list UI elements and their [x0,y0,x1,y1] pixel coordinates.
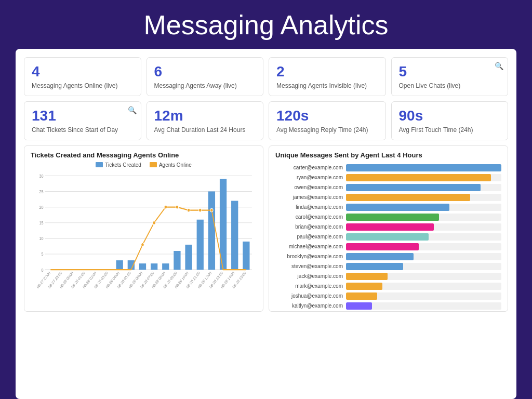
h-bar-row: carter@example.com [275,164,501,171]
agent-label: james@example.com [275,194,343,200]
tickets-chart-title: Tickets Created and Messaging Agents Onl… [31,151,257,159]
agent-label: brian@example.com [275,224,343,230]
h-bar-row: jack@example.com [275,273,501,280]
agent-messages-chart-card: Unique Messages Sent by Agent Last 4 Hou… [269,145,508,312]
h-bar-chart: carter@example.comryan@example.comowen@e… [275,162,501,310]
metric-value: 90s [399,108,501,124]
h-bar-fill [346,302,372,310]
h-bar-track [346,184,501,191]
metric-value: 120s [276,108,378,124]
svg-rect-17 [151,263,157,270]
metric-card-3: 90sAvg First Touch Time (24h) [391,101,509,140]
h-bar-row: carol@example.com [275,214,501,221]
h-bar-row: brian@example.com [275,223,501,231]
h-bar-track [346,174,501,181]
agent-label: jack@example.com [275,273,343,279]
legend-label: Tickets Created [105,162,141,168]
agent-label: linda@example.com [275,204,343,210]
h-bar-row: kaitlyn@example.com [275,302,501,310]
metrics-row-1: 4Messaging Agents Online (live)6Messagin… [24,57,508,96]
h-bar-row: michael@example.com [275,243,501,250]
h-bar-track [346,283,501,290]
h-bar-fill [346,253,414,260]
h-bar-row: owen@example.com [275,184,501,191]
svg-text:30: 30 [39,174,43,179]
h-bar-track [346,273,501,280]
legend-item: Agents Online [150,162,192,168]
h-bar-fill [346,283,382,290]
svg-rect-20 [185,245,192,270]
search-icon[interactable]: 🔍 [495,62,503,70]
page-title: Messaging Analytics [0,0,532,49]
legend-item: Tickets Created [96,162,141,168]
h-bar-row: joshua@example.com [275,292,501,300]
metric-value: 4 [32,64,134,80]
h-bar-track [346,164,501,171]
metrics-row-2: 🔍131Chat Tickets Since Start of Day12mAv… [24,101,508,140]
svg-point-49 [199,208,202,212]
metric-label: Messaging Agents Invisible (live) [276,82,378,89]
h-bar-fill [346,223,434,231]
svg-rect-18 [162,263,169,270]
metric-value: 131 [32,108,134,124]
h-bar-track [346,263,501,270]
search-icon[interactable]: 🔍 [128,106,137,114]
h-bar-row: mark@example.com [275,283,501,290]
h-bar-track [346,243,501,250]
metric-label: Avg First Touch Time (24h) [399,126,501,134]
bar-chart-container: 05101520253008-27 22:0008-27 23:0008-28 … [31,170,257,305]
svg-rect-25 [243,242,249,270]
svg-text:0: 0 [41,267,43,272]
svg-text:20: 20 [39,205,43,210]
h-bar-row: brooklyn@example.com [275,253,501,260]
metric-label: Open Live Chats (live) [399,82,501,89]
metric-card-0: 4Messaging Agents Online (live) [24,57,141,96]
h-bar-fill [346,174,491,181]
svg-point-45 [153,221,155,224]
h-bar-fill [346,184,481,191]
svg-point-50 [210,208,213,212]
svg-rect-16 [139,263,146,270]
agent-label: paul@example.com [275,234,343,240]
svg-rect-22 [208,191,215,270]
metric-card-1: 6Messaging Agents Away (live) [147,57,264,96]
svg-point-46 [164,205,167,209]
svg-point-48 [187,208,190,212]
h-bar-fill [346,204,449,211]
metric-card-2: 2Messaging Agents Invisible (live) [269,57,386,96]
h-bar-fill [346,164,501,171]
legend-color [150,162,157,167]
dashboard: 4Messaging Agents Online (live)6Messagin… [16,49,516,399]
agent-label: mark@example.com [275,283,343,289]
h-bar-fill [346,292,377,300]
svg-text:15: 15 [39,220,43,225]
charts-row: Tickets Created and Messaging Agents Onl… [24,145,508,312]
h-bar-track [346,223,501,231]
metric-value: 2 [276,64,378,80]
svg-rect-24 [231,201,238,270]
h-bar-row: paul@example.com [275,233,501,241]
h-bar-track [346,292,501,300]
h-bar-fill [346,233,429,241]
metric-label: Avg Messaging Reply Time (24h) [276,126,378,134]
svg-text:5: 5 [41,251,43,257]
tickets-chart-card: Tickets Created and Messaging Agents Onl… [24,145,263,312]
metric-value: 12m [154,108,256,124]
agent-label: carter@example.com [275,165,343,170]
agent-label: ryan@example.com [275,175,343,180]
h-bar-fill [346,273,388,280]
h-bar-track [346,214,501,221]
metric-label: Avg Chat Duration Last 24 Hours [154,126,256,134]
h-bar-row: ryan@example.com [275,174,501,181]
metric-card-1: 12mAvg Chat Duration Last 24 Hours [147,101,264,140]
h-bar-row: james@example.com [275,194,501,201]
legend-label: Agents Online [159,162,192,168]
h-bar-track [346,253,501,260]
agent-label: owen@example.com [275,184,343,190]
agent-label: joshua@example.com [275,293,343,299]
h-bar-track [346,233,501,241]
agent-messages-chart-title: Unique Messages Sent by Agent Last 4 Hou… [275,151,501,159]
metric-value: 6 [154,64,256,80]
svg-rect-21 [197,219,204,269]
h-bar-track [346,194,501,201]
